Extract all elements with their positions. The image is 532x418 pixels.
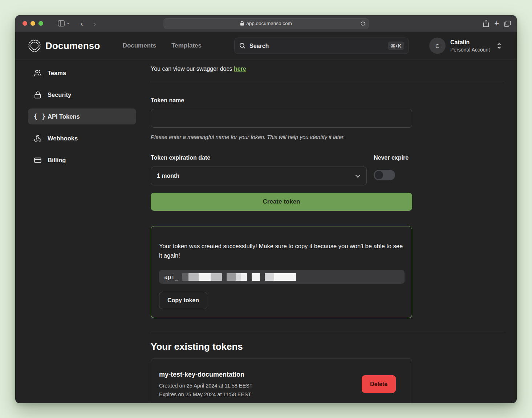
account-menu[interactable]: C Catalin Personal Account: [429, 38, 501, 54]
braces-icon: { }: [34, 113, 42, 120]
token-expiration-select[interactable]: 1 month: [151, 167, 367, 185]
app-header: Documenso Documents Templates Search ⌘+K…: [15, 32, 517, 60]
nav-templates[interactable]: Templates: [171, 42, 202, 49]
search-icon: [239, 42, 246, 49]
avatar: C: [429, 38, 446, 54]
credit-card-icon: [34, 156, 42, 164]
swagger-docs-link[interactable]: here: [234, 66, 246, 72]
share-icon[interactable]: [483, 20, 489, 27]
token-card-created: Created on 25 April 2024 at 11:58 EEST: [159, 383, 253, 389]
users-icon: [34, 69, 42, 77]
token-name-help: Please enter a meaningful name for your …: [151, 134, 412, 140]
documenso-logo-icon: [28, 39, 41, 52]
sidebar-toggle-icon[interactable]: [56, 19, 66, 29]
url-text: app.documenso.com: [246, 21, 292, 26]
token-name-label: Token name: [151, 97, 412, 104]
account-type: Personal Account: [450, 46, 490, 53]
reload-icon[interactable]: [360, 21, 365, 26]
tab-overview-icon[interactable]: [504, 21, 511, 27]
existing-tokens-heading: Your existing tokens: [151, 341, 505, 352]
token-redacted-value: [182, 273, 296, 281]
sidebar-item-label: Teams: [48, 70, 66, 77]
account-name: Catalin: [450, 39, 490, 46]
address-bar[interactable]: app.documenso.com: [163, 18, 369, 29]
token-card-name: my-test-key-documentation: [159, 371, 253, 378]
traffic-lights: [23, 21, 43, 26]
chevron-up-down-icon: [497, 42, 501, 49]
token-created-panel: Your token was created successfully! Mak…: [151, 226, 412, 318]
lock-icon: [34, 91, 42, 99]
close-window-button[interactable]: [23, 21, 27, 26]
sidebar-item-label: API Tokens: [48, 113, 80, 120]
browser-titlebar: ▾ ‹ › app.documenso.com +: [15, 15, 517, 32]
token-card: my-test-key-documentation Created on 25 …: [151, 358, 412, 403]
token-name-input[interactable]: [151, 109, 412, 128]
brand[interactable]: Documenso: [28, 39, 100, 52]
back-button[interactable]: ‹: [76, 19, 87, 29]
delete-token-button[interactable]: Delete: [362, 375, 396, 393]
browser-window: ▾ ‹ › app.documenso.com +: [15, 15, 517, 403]
sidebar-item-label: Billing: [48, 157, 66, 164]
token-value-field[interactable]: api_: [159, 270, 405, 284]
new-tab-icon[interactable]: +: [494, 20, 499, 28]
search-input[interactable]: Search ⌘+K: [234, 38, 409, 54]
sidebar-item-billing[interactable]: Billing: [28, 152, 136, 168]
sidebar-item-teams[interactable]: Teams: [28, 65, 136, 81]
search-placeholder: Search: [249, 42, 384, 49]
sidebar-item-security[interactable]: Security: [28, 87, 136, 103]
token-card-expires: Expires on 25 May 2024 at 11:58 EEST: [159, 392, 253, 397]
toggle-knob: [375, 171, 383, 179]
api-tokens-main: You can view our swagger docs here Token…: [151, 65, 505, 403]
divider: [151, 333, 505, 333]
sidebar-item-label: Webhooks: [48, 135, 78, 142]
search-shortcut-badge: ⌘+K: [388, 42, 404, 50]
swagger-docs-text: You can view our swagger docs here: [151, 66, 505, 72]
settings-sidebar: Teams Security { } API Tokens Webhooks: [28, 65, 136, 403]
nav-documents[interactable]: Documents: [123, 42, 157, 49]
sidebar-item-webhooks[interactable]: Webhooks: [28, 130, 136, 146]
webhook-icon: [34, 135, 42, 142]
copy-token-button[interactable]: Copy token: [159, 292, 207, 309]
sidebar-item-api-tokens[interactable]: { } API Tokens: [28, 108, 136, 124]
minimize-window-button[interactable]: [31, 21, 35, 26]
forward-button[interactable]: ›: [89, 19, 100, 29]
token-created-message: Your token was created successfully! Mak…: [159, 242, 406, 260]
token-expiration-label: Token expiration date: [151, 155, 367, 161]
token-prefix: api_: [164, 274, 178, 280]
brand-name: Documenso: [45, 40, 100, 52]
divider: [151, 82, 505, 82]
never-expire-label: Never expire: [374, 155, 409, 161]
zoom-window-button[interactable]: [38, 21, 43, 26]
never-expire-toggle[interactable]: [374, 170, 395, 180]
lock-icon: [240, 21, 244, 26]
token-expiration-value: 1 month: [157, 173, 179, 179]
sidebar-chevron-icon[interactable]: ▾: [67, 21, 69, 25]
create-token-button[interactable]: Create token: [151, 193, 412, 211]
chevron-down-icon: [355, 175, 361, 178]
sidebar-item-label: Security: [48, 91, 71, 98]
